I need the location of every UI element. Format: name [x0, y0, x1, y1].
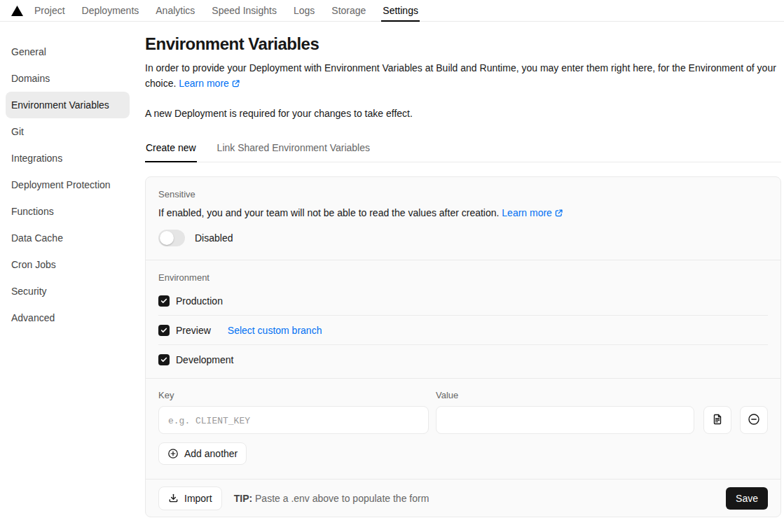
env-row-development: Development — [158, 345, 768, 374]
import-label: Import — [184, 493, 212, 504]
plus-circle-icon — [167, 448, 179, 459]
nav-tab-analytics[interactable]: Analytics — [154, 0, 196, 21]
sensitive-learn-more-label: Learn more — [502, 207, 552, 218]
nav-tab-speed-insights[interactable]: Speed Insights — [210, 0, 278, 21]
learn-more-link[interactable]: Learn more — [179, 78, 240, 89]
sensitive-learn-more-link[interactable]: Learn more — [502, 207, 563, 218]
tip-label: TIP: — [234, 493, 252, 504]
paste-env-file-button[interactable] — [703, 406, 731, 434]
save-button[interactable]: Save — [726, 487, 768, 510]
card-footer: Import TIP: Paste a .env above to popula… — [146, 479, 780, 517]
sidebar-item-domains[interactable]: Domains — [6, 65, 130, 92]
sidebar-item-security[interactable]: Security — [6, 278, 130, 304]
toggle-state-label: Disabled — [195, 232, 233, 244]
nav-tab-logs[interactable]: Logs — [292, 0, 316, 21]
external-link-icon — [231, 77, 240, 86]
checkbox-preview[interactable] — [158, 325, 170, 336]
sensitive-section: Sensitive If enabled, you and your team … — [146, 177, 780, 260]
tip-text: TIP: Paste a .env above to populate the … — [234, 493, 429, 504]
learn-more-label: Learn more — [179, 78, 229, 89]
sensitive-toggle[interactable] — [158, 230, 185, 246]
sensitive-label: Sensitive — [158, 189, 768, 200]
key-input[interactable] — [158, 406, 429, 434]
sensitive-description-text: If enabled, you and your team will not b… — [158, 207, 499, 218]
environment-label: Environment — [158, 272, 768, 283]
sidebar-item-environment-variables[interactable]: Environment Variables — [6, 92, 130, 118]
select-custom-branch-link[interactable]: Select custom branch — [228, 325, 322, 336]
nav-tab-project[interactable]: Project — [33, 0, 67, 21]
sidebar-item-integrations[interactable]: Integrations — [6, 145, 130, 172]
env-var-tabs: Create new Link Shared Environment Varia… — [145, 139, 781, 162]
vercel-logo-icon — [11, 6, 23, 16]
checkbox-production[interactable] — [158, 295, 170, 307]
sidebar-item-data-cache[interactable]: Data Cache — [6, 225, 130, 251]
sidebar-item-functions[interactable]: Functions — [6, 198, 130, 225]
sensitive-description: If enabled, you and your team will not b… — [158, 207, 768, 218]
environment-section: Environment Production Preview Select cu… — [146, 260, 780, 379]
main-content: Environment Variables In order to provid… — [140, 22, 784, 532]
minus-circle-icon — [748, 413, 760, 428]
download-icon — [168, 493, 179, 503]
import-button[interactable]: Import — [158, 486, 222, 510]
nav-tab-deployments[interactable]: Deployments — [81, 0, 141, 21]
add-another-label: Add another — [184, 448, 238, 459]
sidebar-item-cron-jobs[interactable]: Cron Jobs — [6, 251, 130, 278]
add-another-button[interactable]: Add another — [158, 442, 247, 465]
remove-row-button[interactable] — [740, 406, 768, 434]
create-env-var-card: Sensitive If enabled, you and your team … — [145, 176, 781, 517]
env-row-production: Production — [158, 286, 768, 316]
redeploy-notice: A new Deployment is required for your ch… — [145, 108, 781, 119]
checkbox-development[interactable] — [158, 354, 170, 365]
document-icon — [712, 414, 723, 427]
tab-create-new[interactable]: Create new — [145, 139, 197, 162]
page-title: Environment Variables — [145, 34, 781, 55]
env-label-preview: Preview — [176, 325, 211, 336]
nav-tab-settings[interactable]: Settings — [381, 0, 420, 21]
env-label-production: Production — [176, 295, 223, 307]
external-link-icon — [554, 209, 563, 218]
page-description: In order to provide your Deployment with… — [145, 60, 781, 91]
sidebar-item-advanced[interactable]: Advanced — [6, 304, 130, 331]
tip-body: Paste a .env above to populate the form — [255, 493, 429, 504]
key-value-section: Key Value — [146, 379, 780, 479]
sidebar-item-deployment-protection[interactable]: Deployment Protection — [6, 172, 130, 198]
sidebar-item-git[interactable]: Git — [6, 118, 130, 145]
sidebar-item-general[interactable]: General — [6, 38, 130, 65]
value-input[interactable] — [436, 406, 694, 434]
top-nav: Project Deployments Analytics Speed Insi… — [0, 0, 784, 22]
tab-link-shared[interactable]: Link Shared Environment Variables — [216, 139, 371, 162]
env-label-development: Development — [176, 354, 234, 365]
toggle-knob — [160, 231, 174, 245]
nav-tab-storage[interactable]: Storage — [330, 0, 367, 21]
value-label: Value — [436, 390, 694, 400]
settings-sidebar: General Domains Environment Variables Gi… — [0, 22, 140, 532]
env-row-preview: Preview Select custom branch — [158, 316, 768, 345]
key-label: Key — [158, 390, 429, 400]
